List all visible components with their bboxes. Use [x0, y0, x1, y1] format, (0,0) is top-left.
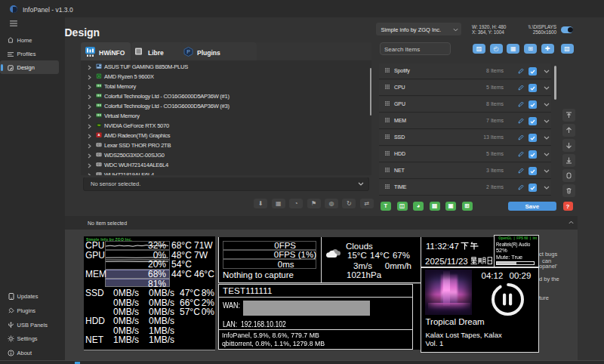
svg-text:P: P — [186, 49, 190, 54]
svg-text:A: A — [97, 134, 100, 137]
